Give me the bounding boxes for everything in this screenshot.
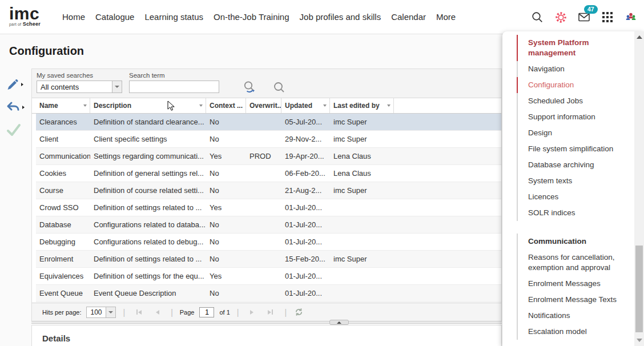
cell-context: No — [206, 182, 246, 199]
admin-menu: System Platform managementNavigationConf… — [517, 35, 627, 340]
hits-per-page-select[interactable]: 100 — [86, 307, 116, 318]
column-label: Context ... — [210, 102, 243, 110]
table-row-cookies[interactable]: CookiesDefinition of general settings re… — [36, 165, 501, 182]
search-icon — [531, 11, 544, 23]
nav-item-job-profiles-and-skills[interactable]: Job profiles and skills — [295, 12, 387, 22]
table-row-communication[interactable]: Communication/Settings regarding communi… — [36, 148, 501, 165]
table-row-crowd-sso[interactable]: Crowd SSODefinition of settings related … — [36, 199, 501, 216]
column-label: Description — [94, 102, 131, 110]
menu-item-reasons-for-cancellation-exemption-and-approval[interactable]: Reasons for cancellation, exemption and … — [517, 250, 627, 276]
menu-item-system-texts[interactable]: System texts — [517, 173, 627, 189]
page-number-input[interactable] — [199, 307, 214, 317]
menu-item-file-system-simplification[interactable]: File system simplification — [517, 141, 627, 157]
table-row-enrolment[interactable]: EnrolmentDefinition of settings related … — [36, 251, 501, 268]
chevron-down-icon[interactable] — [112, 81, 122, 93]
chevron-down-icon[interactable] — [106, 307, 116, 318]
top-navbar: imc part of Scheer HomeCatalogueLearning… — [0, 0, 644, 34]
cell-description: Definition of settings for the equ... — [90, 268, 206, 284]
cell-updated: 01-Jul-20... — [281, 234, 330, 250]
search-icon — [272, 81, 286, 94]
hits-per-page-label: Hits per page: — [42, 309, 81, 316]
cell-editor — [330, 234, 394, 250]
chevron-down-icon — [83, 104, 87, 107]
cell-overwrite: PROD — [246, 148, 281, 164]
nav-item-more[interactable]: More — [431, 12, 461, 22]
column-header-overwrit[interactable]: Overwrit.. — [246, 98, 281, 113]
menu-item-configuration[interactable]: Configuration — [517, 77, 627, 93]
search-term-input[interactable] — [129, 81, 219, 93]
menu-item-communication[interactable]: Communication — [517, 234, 627, 250]
cell-name: Event Queue — [36, 285, 90, 301]
refresh-button[interactable] — [293, 307, 304, 317]
edit-button[interactable] — [6, 77, 31, 92]
menu-item-licences[interactable]: Licences — [517, 189, 627, 205]
panel-scrollbar[interactable] — [634, 31, 644, 346]
column-header-name[interactable]: Name — [36, 98, 90, 113]
imc-logo[interactable]: imc part of Scheer — [9, 7, 45, 27]
cell-description: Settings regarding communicati... — [90, 148, 206, 164]
saved-searches-select[interactable]: All contents — [37, 81, 122, 93]
menu-item-escalation-model[interactable]: Escalation model — [517, 324, 627, 340]
table-row-debugging[interactable]: DebuggingConfigurations related to debug… — [36, 234, 501, 251]
app-launcher-button[interactable] — [600, 10, 615, 25]
undo-arrow-icon — [6, 100, 21, 114]
column-filter-button[interactable] — [196, 98, 206, 113]
table-row-clearances[interactable]: ClearancesDefinition of standard clearan… — [36, 114, 501, 131]
messages-button[interactable]: 47 — [577, 10, 591, 25]
menu-item-navigation[interactable]: Navigation — [517, 61, 627, 77]
menu-item-support-information[interactable]: Support information — [517, 109, 627, 125]
column-filter-button[interactable] — [80, 98, 90, 113]
menu-item-notifications[interactable]: Notifications — [517, 308, 627, 324]
next-page-button[interactable] — [245, 310, 258, 315]
scrollbar-thumb[interactable] — [635, 246, 643, 332]
menu-item-enrolment-messages[interactable]: Enrolment Messages — [517, 276, 627, 292]
column-label: Name — [39, 102, 58, 110]
nav-item-learning-status[interactable]: Learning status — [139, 12, 208, 22]
cell-context: Yes — [206, 148, 246, 164]
cell-overwrite — [246, 251, 281, 267]
table-row-equivalences[interactable]: EquivalencesDefinition of settings for t… — [36, 268, 501, 285]
table-row-database[interactable]: DatabaseConfigurations related to databa… — [36, 216, 501, 234]
cell-updated: 15-Feb-20... — [281, 251, 330, 267]
menu-item-design[interactable]: Design — [517, 125, 627, 141]
menu-item-scheduled-jobs[interactable]: Scheduled Jobs — [517, 93, 627, 109]
scroll-down-button[interactable] — [634, 336, 644, 345]
column-header-last-edited-by[interactable]: Last edited by — [330, 98, 394, 113]
nav-item-home[interactable]: Home — [57, 12, 90, 22]
column-label: Overwrit.. — [249, 102, 281, 110]
first-page-button[interactable] — [132, 309, 146, 315]
menu-item-enrolment-message-texts[interactable]: Enrolment Message Texts — [517, 292, 627, 308]
scroll-down-icon — [637, 339, 642, 342]
menu-item-solr-indices[interactable]: SOLR indices — [517, 205, 627, 221]
menu-item-system-platform-management[interactable]: System Platform management — [517, 35, 627, 61]
navbar-icons: 47 — [530, 0, 638, 34]
undo-button[interactable] — [6, 99, 31, 115]
community-button[interactable] — [623, 10, 638, 25]
pencil-icon — [6, 78, 19, 91]
apply-button[interactable] — [6, 122, 31, 138]
menu-item-database-archiving[interactable]: Database archiving — [517, 157, 627, 173]
column-filter-button[interactable] — [320, 98, 329, 113]
column-header-description[interactable]: Description — [90, 98, 206, 113]
nav-item-on-the-job-training[interactable]: On-the-Job Training — [208, 12, 295, 22]
scroll-up-button[interactable] — [634, 33, 644, 42]
nav-item-catalogue[interactable]: Catalogue — [90, 12, 139, 22]
column-header-updated[interactable]: Updated — [281, 98, 330, 113]
table-row-client[interactable]: ClientClient specific settingsNo29-Nov-2… — [36, 131, 501, 148]
cell-context: No — [206, 114, 246, 130]
last-page-button[interactable] — [263, 309, 277, 315]
search-button[interactable] — [530, 10, 545, 25]
details-splitter[interactable] — [31, 321, 502, 324]
run-saved-search-button[interactable] — [242, 80, 257, 95]
column-filter-button[interactable] — [384, 98, 393, 113]
column-header-context[interactable]: Context ... — [206, 98, 246, 113]
splitter-collapse-handle[interactable] — [329, 320, 349, 325]
cell-name: Enrolment — [36, 251, 90, 267]
cell-updated: 05-Jul-20... — [281, 114, 330, 130]
search-submit-button[interactable] — [272, 80, 287, 95]
nav-item-calendar[interactable]: Calendar — [386, 12, 431, 22]
previous-page-button[interactable] — [151, 310, 164, 315]
settings-button[interactable] — [553, 10, 568, 25]
table-row-course[interactable]: CourseDefinition of course related setti… — [36, 182, 501, 199]
table-row-event-queue[interactable]: Event QueueEvent Queue DescriptionNo01-J… — [36, 285, 501, 302]
